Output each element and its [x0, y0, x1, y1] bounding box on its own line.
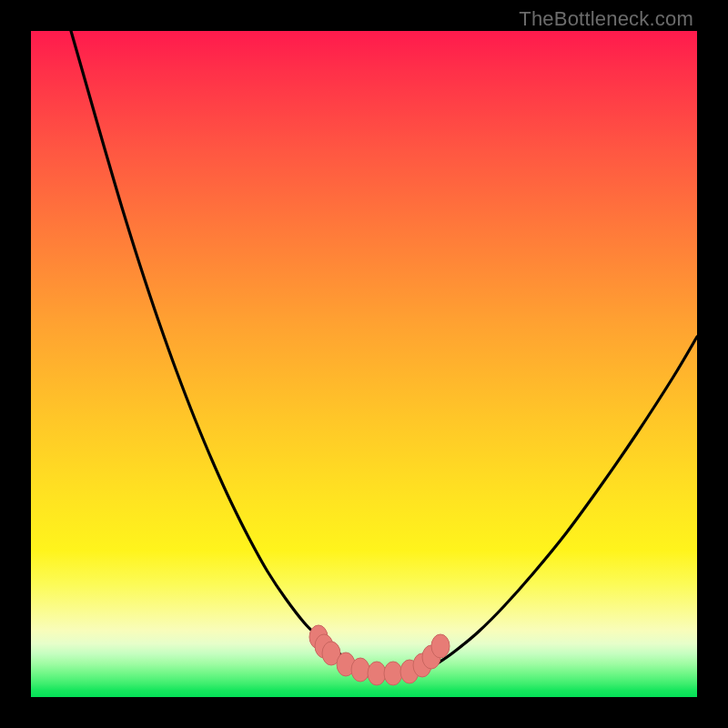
- marker-point: [384, 662, 402, 685]
- bottleneck-curve: [71, 31, 697, 674]
- watermark-text: TheBottleneck.com: [519, 7, 693, 31]
- marker-point: [351, 658, 369, 682]
- marker-point: [368, 662, 386, 685]
- chart-frame: TheBottleneck.com: [0, 0, 728, 728]
- marker-point: [431, 634, 450, 658]
- curve-layer: [31, 31, 697, 697]
- curve-markers: [309, 625, 450, 685]
